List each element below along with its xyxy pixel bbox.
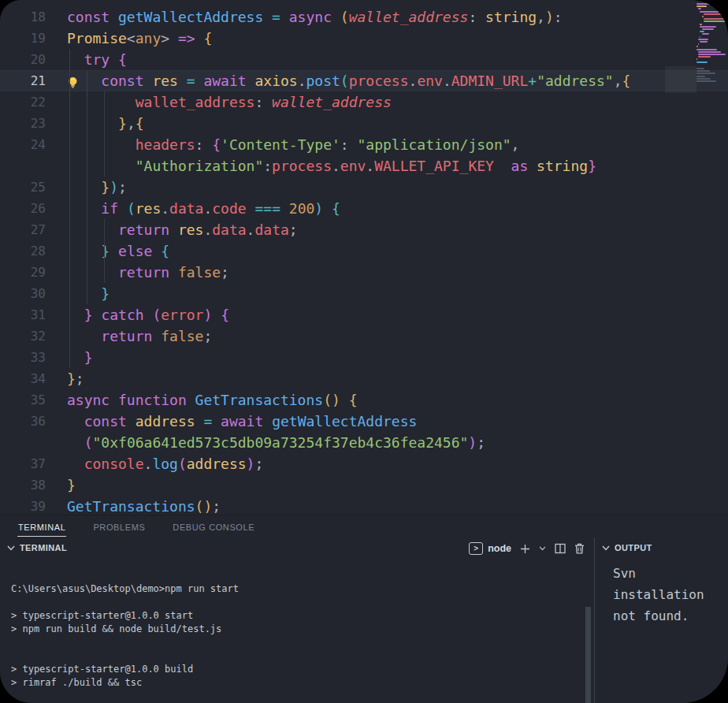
code-line[interactable]: 19Promise<any> => { xyxy=(0,28,728,49)
code-text: } catch (error) { xyxy=(46,304,728,325)
code-line[interactable]: 38} xyxy=(0,474,728,496)
line-number: 18 xyxy=(0,6,46,28)
code-line[interactable]: 39GetTransactions(); xyxy=(0,496,728,515)
code-text: headers: {'Content-Type': "application/j… xyxy=(46,134,728,155)
panel-tab-terminal[interactable]: TERMINAL xyxy=(17,517,66,537)
line-number: 24 xyxy=(0,134,46,155)
line-number: 35 xyxy=(0,389,46,411)
line-number: 36 xyxy=(0,411,46,432)
line-number: 27 xyxy=(0,219,46,240)
code-text: const address = await getWallectAddress xyxy=(46,411,728,432)
vscode-window: 18const getWallectAddress = async (walle… xyxy=(0,0,728,703)
minimap[interactable] xyxy=(695,0,728,104)
panel-tab-problems[interactable]: PROBLEMS xyxy=(92,517,146,537)
line-number xyxy=(0,432,46,453)
line-number: 38 xyxy=(0,474,46,496)
line-number: 37 xyxy=(0,453,46,474)
kill-terminal-button[interactable] xyxy=(574,543,585,554)
split-terminal-button[interactable] xyxy=(555,543,566,554)
code-text: return false; xyxy=(46,262,728,283)
split-editor-icon xyxy=(555,543,566,554)
code-lines: 18const getWallectAddress = async (walle… xyxy=(0,0,728,515)
terminal-shell-icon: > xyxy=(469,542,483,555)
trash-icon xyxy=(574,543,585,554)
terminal-toolbar: > node xyxy=(469,540,585,557)
code-text: const getWallectAddress = async (wallet_… xyxy=(46,6,728,28)
code-text: },{ xyxy=(46,113,728,134)
code-line[interactable]: 18const getWallectAddress = async (walle… xyxy=(0,6,728,28)
line-number: 22 xyxy=(0,91,46,113)
chevron-down-icon xyxy=(7,545,15,551)
code-text: } xyxy=(46,347,728,368)
chevron-down-icon xyxy=(602,545,610,551)
code-line[interactable]: 22 wallet_address: wallet_address xyxy=(0,91,728,113)
line-number: 26 xyxy=(0,198,46,219)
code-line[interactable]: 33 } xyxy=(0,347,728,368)
code-text: const res = await axios.post(process.env… xyxy=(46,70,728,91)
chevron-down-icon xyxy=(539,546,546,551)
code-line[interactable]: 23 },{ xyxy=(0,113,728,134)
line-number: 25 xyxy=(0,177,46,198)
code-text: if (res.data.code === 200) { xyxy=(46,198,728,219)
new-terminal-button[interactable] xyxy=(520,544,530,554)
bottom-panel: TERMINALPROBLEMSDEBUG CONSOLE TERMINAL >… xyxy=(0,515,728,703)
code-line[interactable]: 32 return false; xyxy=(0,325,728,347)
code-line[interactable]: 36 const address = await getWallectAddre… xyxy=(0,411,728,432)
code-line[interactable]: 24 headers: {'Content-Type': "applicatio… xyxy=(0,134,728,155)
code-line[interactable]: 31 } catch (error) { xyxy=(0,304,728,325)
terminal-scrollbar[interactable] xyxy=(585,607,591,703)
code-text: try { xyxy=(46,49,728,70)
line-number: 20 xyxy=(0,49,46,70)
shell-selector[interactable]: > node xyxy=(469,542,511,555)
code-line[interactable]: 26 if (res.data.code === 200) { xyxy=(0,198,728,219)
launch-profile-button[interactable] xyxy=(539,546,546,551)
code-editor[interactable]: 18const getWallectAddress = async (walle… xyxy=(0,0,728,515)
line-number: 34 xyxy=(0,368,46,389)
quick-fix-lightbulb[interactable] xyxy=(68,74,78,95)
lightbulb-icon[interactable] xyxy=(68,76,78,90)
output-pane[interactable]: OUTPUT Svn installation not found. xyxy=(594,537,728,703)
code-line[interactable]: 25 }); xyxy=(0,177,728,198)
minimap-slider[interactable] xyxy=(665,66,696,93)
code-text: return false; xyxy=(46,325,728,347)
code-text: wallet_address: wallet_address xyxy=(46,91,728,113)
output-text: Svn installation not found. xyxy=(595,558,728,627)
panel-tab-debug-console[interactable]: DEBUG CONSOLE xyxy=(172,517,255,537)
line-number: 28 xyxy=(0,240,46,262)
shell-label: node xyxy=(488,543,511,554)
code-text: Promise<any> => { xyxy=(46,28,728,49)
code-text: async function GetTransactions() { xyxy=(46,389,728,411)
line-number: 33 xyxy=(0,347,46,368)
line-number: 39 xyxy=(0,496,46,515)
code-text: ("0xf06a641ed573c5db09a73254f37eb4c36fea… xyxy=(46,432,728,453)
code-line[interactable]: 37 console.log(address); xyxy=(0,453,728,474)
terminal-section-title: TERMINAL xyxy=(20,543,67,552)
code-text: }; xyxy=(46,368,728,389)
code-line[interactable]: 28 } else { xyxy=(0,240,728,262)
line-number: 19 xyxy=(0,28,46,49)
code-line[interactable]: 21 const res = await axios.post(process.… xyxy=(0,70,728,91)
code-text: console.log(address); xyxy=(46,453,728,474)
code-line[interactable]: 27 return res.data.data; xyxy=(0,219,728,240)
code-line[interactable]: 34}; xyxy=(0,368,728,389)
terminal-section-header[interactable]: TERMINAL > node xyxy=(0,537,594,558)
line-number: 23 xyxy=(0,113,46,134)
code-text: } xyxy=(46,283,728,304)
terminal-pane[interactable]: TERMINAL > node xyxy=(0,537,594,703)
line-number: 32 xyxy=(0,325,46,347)
code-line[interactable]: 35async function GetTransactions() { xyxy=(0,389,728,411)
code-line[interactable]: 20 try { xyxy=(0,49,728,70)
code-line[interactable]: ("0xf06a641ed573c5db09a73254f37eb4c36fea… xyxy=(0,432,728,453)
code-line[interactable]: 30 } xyxy=(0,283,728,304)
line-number: 29 xyxy=(0,262,46,283)
code-line[interactable]: "Authorization":process.env.WALLET_API_K… xyxy=(0,155,728,177)
terminal-output[interactable]: C:\Users\asus\Desktop\demo>npm run start… xyxy=(0,558,594,703)
panel-tabstrip: TERMINALPROBLEMSDEBUG CONSOLE xyxy=(0,515,728,537)
output-section-header[interactable]: OUTPUT xyxy=(595,537,728,558)
line-number: 21 xyxy=(0,70,46,91)
output-section-title: OUTPUT xyxy=(615,543,652,552)
code-text: GetTransactions(); xyxy=(46,496,728,515)
plus-icon xyxy=(520,544,530,554)
line-number xyxy=(0,155,46,177)
code-line[interactable]: 29 return false; xyxy=(0,262,728,283)
